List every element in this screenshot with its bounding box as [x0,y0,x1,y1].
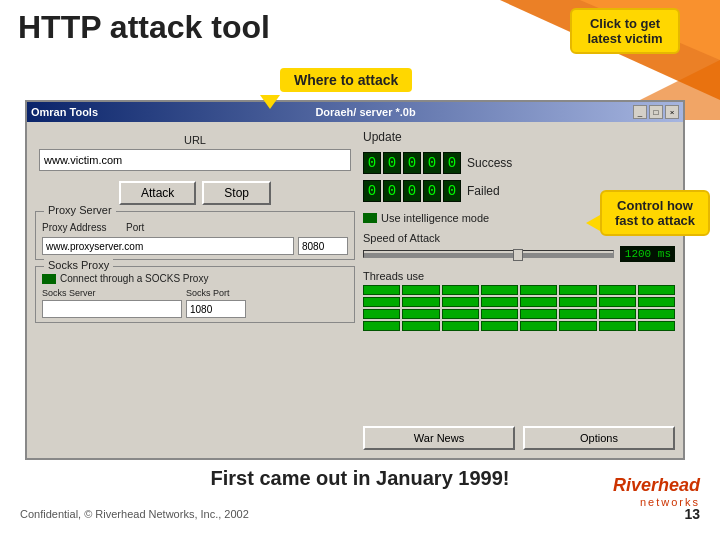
logo-riverhead: Riverhead [613,475,700,496]
led-f-3: 0 [403,180,421,202]
thread-bar-26 [402,321,439,331]
window-body: URL Attack Stop Proxy Server Proxy Addre… [27,122,683,458]
page-number: 13 [684,506,700,522]
thread-bar-16 [638,297,675,307]
logo-networks: networks [640,496,700,508]
thread-bar-5 [520,285,557,295]
socks-server-col: Socks Server [42,288,182,318]
speed-section: Speed of Attack 1200 ms [363,232,675,262]
thread-bar-12 [481,297,518,307]
thread-bar-31 [599,321,636,331]
attack-button[interactable]: Attack [119,181,196,205]
window-titlebar: Omran Tools Doraeh/ server *.0b _ □ × [27,102,683,122]
proxy-server-title: Proxy Server [44,204,116,216]
thread-bar-20 [481,309,518,319]
url-label: URL [39,134,351,146]
callout-latest-victim[interactable]: Click to get latest victim [570,8,680,54]
update-row: Update [363,130,675,144]
thread-bar-15 [599,297,636,307]
thread-bar-14 [559,297,596,307]
socks-proxy-group: Socks Proxy Connect through a SOCKS Prox… [35,266,355,323]
socks-server-label: Socks Server [42,288,182,298]
url-section: URL [35,130,355,175]
socks-port-label: Socks Port [186,288,246,298]
proxy-address-row: Proxy Address Port [42,222,348,233]
maximize-btn[interactable]: □ [649,105,663,119]
led-f-5: 0 [443,180,461,202]
options-button[interactable]: Options [523,426,675,450]
success-row: 0 0 0 0 0 Success [363,152,675,174]
speed-thumb[interactable] [513,249,523,261]
proxy-port-label: Port [126,222,156,233]
thread-bar-9 [363,297,400,307]
led-f-4: 0 [423,180,441,202]
thread-bar-19 [442,309,479,319]
thread-bar-10 [402,297,439,307]
socks-checkbox[interactable] [42,274,56,284]
success-label: Success [467,156,512,170]
thread-bar-17 [363,309,400,319]
led-digit-1: 0 [363,152,381,174]
speed-track [364,253,613,257]
thread-bar-27 [442,321,479,331]
thread-bar-6 [559,285,596,295]
right-panel: Update 0 0 0 0 0 Success 0 0 [363,130,675,450]
proxy-port-input[interactable] [298,237,348,255]
thread-bar-4 [481,285,518,295]
intelligence-label: Use intelligence mode [381,212,489,224]
callout-speed[interactable]: Control how fast to attack [600,190,710,236]
thread-bar-21 [520,309,557,319]
proxy-server-group: Proxy Server Proxy Address Port [35,211,355,260]
led-f-2: 0 [383,180,401,202]
proxy-input-row [42,237,348,255]
speed-slider[interactable] [363,250,614,258]
thread-bar-22 [559,309,596,319]
minimize-btn[interactable]: _ [633,105,647,119]
where-to-attack-arrow [260,95,280,109]
success-display: 0 0 0 0 0 [363,152,461,174]
led-digit-4: 0 [423,152,441,174]
update-label: Update [363,130,402,144]
title-area: HTTP attack tool [18,10,270,45]
speed-value: 1200 ms [620,246,675,262]
proxy-address-input[interactable] [42,237,294,255]
footer-copyright: Confidential, © Riverhead Networks, Inc.… [20,508,249,520]
threads-section: Threads use [363,270,675,331]
led-digit-3: 0 [403,152,421,174]
led-digit-2: 0 [383,152,401,174]
thread-bar-3 [442,285,479,295]
thread-bar-8 [638,285,675,295]
threads-label: Threads use [363,270,675,282]
where-to-attack-label: Where to attack [280,68,412,92]
thread-bar-24 [638,309,675,319]
thread-bar-23 [599,309,636,319]
proxy-address-label: Proxy Address [42,222,122,233]
led-digit-5: 0 [443,152,461,174]
socks-connect-label: Connect through a SOCKS Proxy [60,273,208,284]
socks-server-input[interactable] [42,300,182,318]
war-news-button[interactable]: War News [363,426,515,450]
bottom-btn-row: War News Options [363,426,675,450]
url-input[interactable] [39,149,351,171]
socks-fields-row: Socks Server Socks Port [42,288,348,318]
thread-bar-2 [402,285,439,295]
thread-bar-28 [481,321,518,331]
failed-label: Failed [467,184,500,198]
thread-bar-13 [520,297,557,307]
thread-bar-18 [402,309,439,319]
thread-bar-1 [363,285,400,295]
footer: Confidential, © Riverhead Networks, Inc.… [0,506,720,522]
stop-button[interactable]: Stop [202,181,271,205]
intelligence-checkbox[interactable] [363,213,377,223]
thread-bar-25 [363,321,400,331]
socks-port-input[interactable] [186,300,246,318]
threads-grid [363,285,675,331]
speed-arrow [586,215,600,231]
window-title-left: Omran Tools [31,106,98,118]
led-f-1: 0 [363,180,381,202]
app-window: Omran Tools Doraeh/ server *.0b _ □ × UR… [25,100,685,460]
thread-bar-7 [599,285,636,295]
close-btn[interactable]: × [665,105,679,119]
thread-bar-30 [559,321,596,331]
attack-stop-row: Attack Stop [35,181,355,205]
